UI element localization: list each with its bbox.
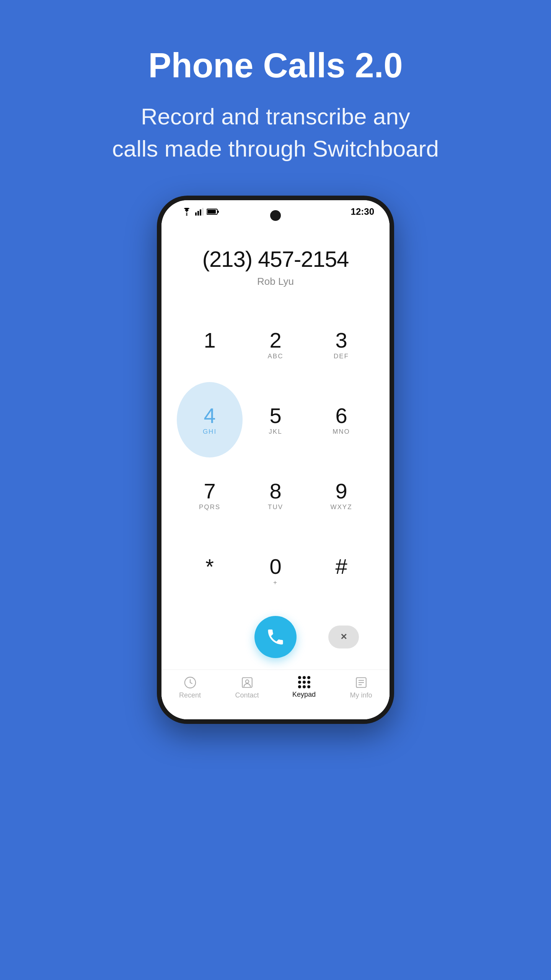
key-1[interactable]: 1	[177, 307, 243, 382]
key-6[interactable]: 6 MNO	[308, 382, 374, 457]
status-time: 12:30	[351, 206, 374, 217]
contact-name: Rob Lyu	[177, 276, 374, 287]
page-title: Phone Calls 2.0	[112, 46, 439, 85]
dialer-display: (213) 457-2154 Rob Lyu	[161, 223, 390, 299]
key-hash[interactable]: #	[308, 533, 374, 608]
nav-myinfo-label: My info	[350, 691, 372, 699]
action-row: ✕	[161, 616, 390, 670]
nav-recent-label: Recent	[179, 691, 201, 699]
nav-myinfo[interactable]: My info	[333, 676, 390, 699]
nav-keypad[interactable]: Keypad	[276, 676, 333, 699]
delete-button[interactable]: ✕	[328, 626, 359, 648]
key-7[interactable]: 7 PQRS	[177, 457, 243, 533]
key-3[interactable]: 3 DEF	[308, 307, 374, 382]
page-subtitle: Record and transcribe any calls made thr…	[112, 101, 439, 165]
status-bar: 12:30	[161, 200, 390, 223]
nav-contact-label: Contact	[235, 691, 259, 699]
call-button[interactable]	[254, 616, 297, 658]
key-2[interactable]: 2 ABC	[243, 307, 308, 382]
phone-screen: 12:30 (213) 457-2154 Rob Lyu 1 2	[161, 200, 390, 719]
phone-frame: 12:30 (213) 457-2154 Rob Lyu 1 2	[157, 196, 394, 724]
recent-icon	[184, 676, 197, 689]
key-5[interactable]: 5 JKL	[243, 382, 308, 457]
battery-icon	[207, 208, 219, 215]
key-8[interactable]: 8 TUV	[243, 457, 308, 533]
key-9[interactable]: 9 WXYZ	[308, 457, 374, 533]
key-4[interactable]: 4 GHI	[177, 382, 243, 457]
svg-rect-1	[195, 212, 197, 216]
contact-icon	[241, 676, 254, 689]
delete-icon: ✕	[340, 632, 347, 642]
phone-call-icon	[266, 627, 285, 647]
camera-notch	[270, 210, 281, 221]
svg-point-10	[245, 680, 249, 683]
nav-recent[interactable]: Recent	[161, 676, 218, 699]
phone-number: (213) 457-2154	[177, 246, 374, 272]
header-section: Phone Calls 2.0 Record and transcribe an…	[112, 0, 439, 196]
key-0[interactable]: 0 +	[243, 533, 308, 608]
phone-content: (213) 457-2154 Rob Lyu 1 2 ABC 3	[161, 223, 390, 719]
myinfo-icon	[355, 676, 368, 689]
keypad-icon	[298, 676, 310, 688]
svg-rect-6	[207, 210, 216, 214]
nav-keypad-label: Keypad	[292, 691, 316, 699]
status-icons	[181, 208, 219, 216]
svg-rect-2	[197, 211, 199, 216]
svg-rect-3	[200, 209, 201, 216]
svg-rect-7	[218, 211, 219, 213]
svg-point-0	[186, 214, 187, 216]
nav-contact[interactable]: Contact	[218, 676, 276, 699]
wifi-icon	[181, 208, 192, 216]
svg-rect-4	[202, 208, 204, 216]
signal-icon	[195, 208, 204, 216]
keypad-grid: 1 2 ABC 3 DEF 4 GHI	[161, 299, 390, 616]
bottom-nav: Recent Contact	[161, 670, 390, 719]
key-star[interactable]: *	[177, 533, 243, 608]
phone-mockup: 12:30 (213) 457-2154 Rob Lyu 1 2	[157, 196, 394, 724]
